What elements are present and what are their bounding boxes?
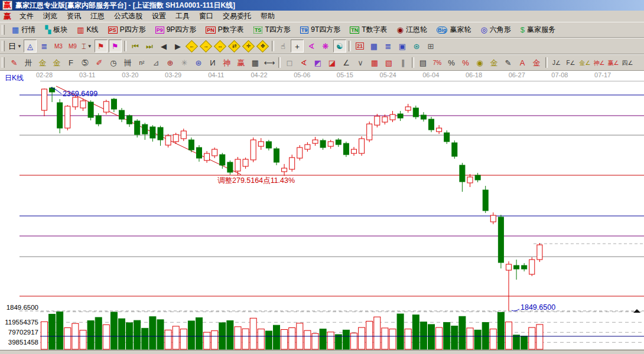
gold-level-button[interactable]: 金 xyxy=(487,56,500,69)
gann-flag-button[interactable]: ⚑ xyxy=(95,40,108,53)
kline-chart[interactable]: 02-2803-1103-2003-2904-1104-2205-0605-15… xyxy=(0,71,644,350)
sectors-button[interactable]: ▚板块 xyxy=(41,24,71,37)
menu-item-1[interactable]: 浏览 xyxy=(38,10,62,22)
9p-square-button[interactable]: P99P四方形 xyxy=(151,24,201,37)
menu-item-0[interactable]: 文件 xyxy=(15,10,38,22)
web-grid-button[interactable]: ⊛ xyxy=(192,56,205,69)
pct-line-button[interactable]: % xyxy=(459,56,472,69)
fan-box2-button[interactable]: ◪ xyxy=(326,56,339,69)
p-square-button[interactable]: PSP四方形 xyxy=(104,24,150,37)
line-group-button[interactable]: 卌 xyxy=(121,56,134,69)
report-list-button[interactable]: ≣ xyxy=(382,40,395,53)
overlay-chart-button[interactable]: ◬ xyxy=(24,40,37,53)
last-page-button[interactable]: ⏭ xyxy=(143,40,156,53)
gold-grid2-button[interactable]: 金 xyxy=(50,56,63,69)
period-day-button[interactable]: 日▼ xyxy=(8,40,22,53)
network-button[interactable]: ⊛ xyxy=(410,40,423,53)
menu-item-7[interactable]: 窗口 xyxy=(194,10,218,22)
prev-button[interactable]: ◀ xyxy=(157,40,170,53)
measure-pen-button[interactable]: ✎ xyxy=(502,56,515,69)
kline-button[interactable]: ▥K线 xyxy=(73,24,102,37)
menu-item-8[interactable]: 交易委托 xyxy=(218,10,256,22)
grid-arrow-button[interactable]: ▧ xyxy=(382,56,395,69)
menu-item-3[interactable]: 江恩 xyxy=(86,10,109,22)
pencil2-tool-button[interactable]: ✐ xyxy=(93,56,106,69)
diamond-hshrink-button[interactable]: ⇄ xyxy=(228,40,241,53)
shen-grid-button[interactable]: 神 xyxy=(220,56,233,69)
save-button[interactable]: ▣ xyxy=(396,40,409,53)
pct-table-button[interactable]: ▤ xyxy=(417,56,430,69)
time-cycle-button[interactable]: ◷ xyxy=(107,56,120,69)
a-angle-button[interactable]: ⊿ xyxy=(149,56,162,69)
hexagon-button[interactable]: ◎六角形 xyxy=(476,24,515,37)
grid-tool-button[interactable]: 卅 xyxy=(22,56,35,69)
f-angle-button[interactable]: F∠ xyxy=(564,56,577,69)
gann-wheel-button[interactable]: ◉江恩轮 xyxy=(393,24,431,37)
date-tick-label: 05-15 xyxy=(337,71,353,78)
hand-tool-button[interactable]: ☝ xyxy=(277,40,290,53)
angle-lines-button[interactable]: ∠ xyxy=(340,56,353,69)
ying-grid-button[interactable]: 赢 xyxy=(235,56,248,69)
star-web-button[interactable]: ✳ xyxy=(178,56,191,69)
percent-button[interactable]: % xyxy=(445,56,458,69)
gold-underline-button[interactable]: 金 xyxy=(530,56,543,69)
diamond-right-button[interactable]: → xyxy=(200,40,213,53)
info-panel-button[interactable]: ≣ xyxy=(38,40,51,53)
quotes-button[interactable]: ▦行情 xyxy=(8,24,40,37)
f-grid-button[interactable]: F xyxy=(64,56,77,69)
menu-item-5[interactable]: 设置 xyxy=(147,10,171,22)
menu-item-4[interactable]: 公式选股 xyxy=(109,10,147,22)
j-angle-button[interactable]: J∠ xyxy=(550,56,563,69)
flower-tool-button[interactable]: ❋ xyxy=(319,40,332,53)
gold-circle-button[interactable]: ◉ xyxy=(473,56,486,69)
next-button[interactable]: ▶ xyxy=(171,40,184,53)
p-number-table-button[interactable]: PNP数字表 xyxy=(201,24,248,37)
fan-box1-button[interactable]: ◩ xyxy=(311,56,324,69)
spiral-tool-button[interactable]: ➄ xyxy=(79,56,92,69)
red-grid-button[interactable]: ▦ xyxy=(368,56,381,69)
ying-angle-button[interactable]: 赢∠ xyxy=(607,56,620,69)
box-tool-button[interactable]: ◻ xyxy=(283,56,296,69)
printer-button[interactable]: ⊞ xyxy=(424,40,437,53)
si-angle-button[interactable]: 四∠ xyxy=(621,56,634,69)
volume-flag-button[interactable]: ⚑ xyxy=(109,40,122,53)
gold-angle-button[interactable]: 金∠ xyxy=(578,56,591,69)
menu-item-9[interactable]: 帮助 xyxy=(256,10,279,22)
grid-123-button[interactable]: ▦ xyxy=(249,56,262,69)
pencil-tool-button[interactable]: ✎ xyxy=(8,56,21,69)
chart9-button[interactable]: M9 xyxy=(66,40,79,53)
pct7-button[interactable]: 7% xyxy=(431,56,444,69)
brain-tool-button[interactable]: ☯ xyxy=(333,40,346,53)
angle-tool-button[interactable]: ∢ xyxy=(305,40,318,53)
candle-down xyxy=(413,108,418,117)
width-adjust-button[interactable]: ⟷ xyxy=(263,56,276,69)
gann-fan-button[interactable]: ∢ xyxy=(297,56,310,69)
diamond-hexpand-button[interactable]: ↔ xyxy=(214,40,227,53)
title-bar[interactable]: 赢 赢家江恩专业版[赢家内部服务平台] - [上证指数 SH1A0001-111… xyxy=(0,0,644,11)
shen-angle-button[interactable]: 神∠ xyxy=(593,56,606,69)
9t-square-button[interactable]: T99T四方形 xyxy=(296,24,345,37)
t-square-button[interactable]: TST四方形 xyxy=(249,24,295,37)
t-number-table-button[interactable]: TNT数字表 xyxy=(346,24,391,37)
candle-style-button[interactable]: ⌶▼ xyxy=(80,40,93,53)
v-lines-button[interactable]: ∨ xyxy=(354,56,367,69)
elliott-wave-button[interactable]: И xyxy=(206,56,219,69)
diamond-left-button[interactable]: ← xyxy=(186,40,199,53)
chart3-button[interactable]: M3 xyxy=(52,40,65,53)
calculator-button[interactable]: ▦ xyxy=(367,40,380,53)
menu-item-6[interactable]: 工具 xyxy=(171,10,194,22)
first-page-button[interactable]: ⏮ xyxy=(129,40,142,53)
menu-item-2[interactable]: 资讯 xyxy=(62,10,86,22)
a-pct-button[interactable]: A xyxy=(516,56,529,69)
gold-grid1-button[interactable]: 金 xyxy=(36,56,49,69)
winner-service-button[interactable]: $赢家服务 xyxy=(516,24,560,37)
crosshair-tool-button[interactable]: ＋ xyxy=(291,40,304,53)
diamond-compress-button[interactable]: ✛ xyxy=(242,40,255,53)
winner-wheel-button[interactable]: Big赢家轮 xyxy=(432,24,476,37)
calendar-21-button[interactable]: 21 xyxy=(353,40,366,53)
dropdown-caret-icon: ▼ xyxy=(87,44,92,49)
compass-button[interactable]: ⊕ xyxy=(164,56,177,69)
parallel-lines-button[interactable]: ∥ xyxy=(396,56,409,69)
diamond-expand-button[interactable]: ✥ xyxy=(256,40,269,53)
n-square-button[interactable]: n² xyxy=(135,56,148,69)
